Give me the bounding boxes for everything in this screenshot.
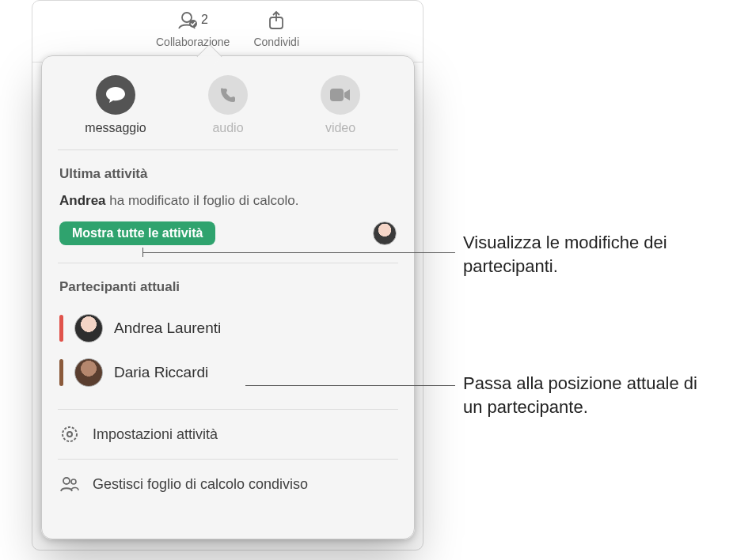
svg-text:2: 2 [201, 13, 208, 26]
video-label: video [284, 121, 397, 135]
callout-position: Passa alla posizione attuale di un parte… [463, 372, 716, 418]
participant-name: Andrea Laurenti [114, 320, 221, 337]
phone-icon [208, 75, 248, 115]
svg-point-7 [67, 432, 72, 437]
callout-line [142, 252, 455, 253]
svg-point-9 [71, 479, 76, 484]
share-label: Condividi [253, 36, 299, 48]
toolbar: 2 Collaborazione Condividi [32, 1, 423, 62]
people-icon [59, 474, 80, 494]
audio-label: audio [172, 121, 284, 135]
activity-rest: ha modificato il foglio di calcolo. [106, 193, 299, 208]
svg-point-6 [63, 427, 77, 441]
participant-color [59, 359, 63, 386]
gear-icon [59, 424, 80, 445]
message-label: messaggio [59, 121, 172, 135]
participant-row[interactable]: Andrea Laurenti [59, 306, 397, 350]
activity-actor: Andrea [59, 193, 106, 208]
collab-icon: 2 [176, 9, 211, 32]
manage-shared-row[interactable]: Gestisci foglio di calcolo condiviso [59, 460, 397, 509]
share-icon [266, 9, 287, 32]
avatar [74, 314, 103, 342]
latest-activity-title: Ultima attività [59, 150, 397, 193]
participants-title: Partecipanti attuali [59, 263, 397, 306]
participant-name: Daria Riccardi [114, 364, 208, 381]
svg-point-0 [182, 13, 192, 22]
activity-settings-row[interactable]: Impostazioni attività [59, 410, 397, 459]
avatar [74, 358, 103, 387]
participant-row[interactable]: Daria Riccardi [59, 350, 397, 395]
contact-actions: messaggio audio video [59, 70, 397, 149]
callout-line [245, 385, 455, 386]
video-icon [321, 75, 360, 115]
svg-point-8 [63, 478, 70, 484]
svg-rect-5 [330, 89, 344, 101]
participants-list: Andrea Laurenti Daria Riccardi [59, 306, 397, 409]
activity-settings-label: Impostazioni attività [93, 426, 218, 443]
activity-avatar[interactable] [373, 221, 397, 245]
share-button[interactable]: Condividi [253, 9, 299, 62]
message-icon [96, 75, 135, 115]
latest-activity-text: Andrea ha modificato il foglio di calcol… [59, 193, 397, 221]
audio-action[interactable]: audio [172, 75, 284, 135]
callout-changes: Visualizza le modifiche dei partecipanti… [463, 231, 701, 278]
participant-color [59, 315, 63, 342]
video-action[interactable]: video [284, 75, 397, 135]
message-action[interactable]: messaggio [59, 75, 172, 135]
collaboration-popover: messaggio audio video Ultima attività An… [41, 55, 415, 539]
collaborate-label: Collaborazione [156, 36, 230, 48]
manage-shared-label: Gestisci foglio di calcolo condiviso [93, 476, 308, 493]
show-all-activity-button[interactable]: Mostra tutte le attività [59, 221, 215, 245]
